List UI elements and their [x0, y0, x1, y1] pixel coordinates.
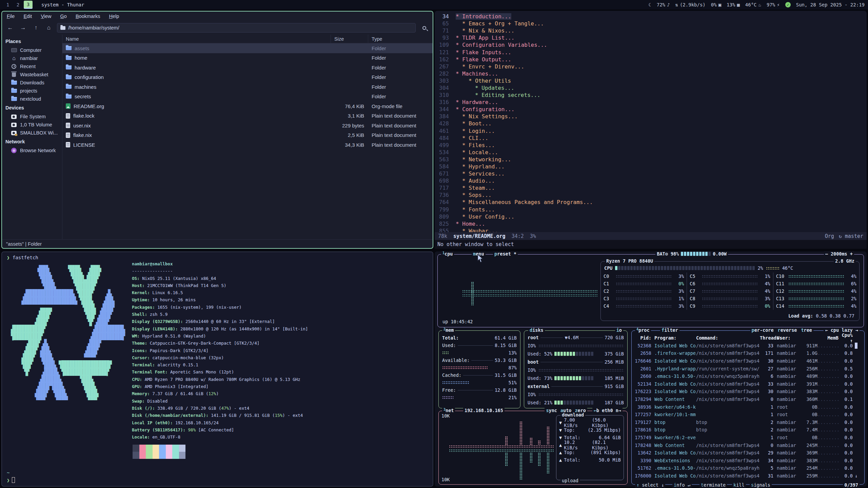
signals-key[interactable]: signals: [750, 482, 772, 488]
org-heading[interactable]: * Machines...: [456, 70, 498, 77]
org-heading[interactable]: * Login...: [456, 128, 495, 134]
menu-help[interactable]: Help: [109, 14, 119, 19]
process-row-179127[interactable]: 179127btopbtop2nambiar7.3M.........0.0: [632, 419, 864, 426]
process-row-176000[interactable]: 176000Isolated Web Co/nix/store/sm8fmrf3…: [632, 472, 864, 480]
process-row-52134[interactable]: 52134Isolated Web Co/nix/store/sm8fmrf3w…: [632, 380, 864, 388]
idle-inhibitor[interactable]: ☾: [648, 2, 651, 7]
file-row-LICENSE[interactable]: LICENSE34,3 KiBPlain text document: [62, 140, 433, 150]
process-row-2660[interactable]: 2660.emacs-31.0.50-/nix/store/wnqz5pa8ra…: [632, 372, 864, 380]
temperature[interactable]: 46°C♨: [745, 2, 761, 7]
home-button[interactable]: ⌂: [44, 23, 54, 32]
org-heading[interactable]: * Sops...: [456, 192, 492, 198]
refresh-interval[interactable]: ‒ 2000ms +: [824, 251, 854, 257]
file-row-assets[interactable]: assetsFolder: [62, 43, 433, 53]
process-row-13642[interactable]: 13642Isolated Web Co/nix/store/sm8fmrf3w…: [632, 449, 864, 457]
workspace-2[interactable]: 2: [14, 1, 22, 9]
org-heading[interactable]: * Steam...: [456, 185, 495, 191]
org-heading[interactable]: * Fonts...: [456, 206, 495, 213]
disks-box-title[interactable]: disks: [528, 327, 545, 333]
proc-header-program[interactable]: Program:: [651, 335, 696, 341]
process-row-3390[interactable]: 3390WebExtensions/nix/store/sm8fmrf3wps4…: [632, 457, 864, 465]
org-heading[interactable]: * Flake Inputs...: [456, 49, 511, 56]
cpu-box-title[interactable]: 1cpu: [441, 251, 454, 257]
file-row-home[interactable]: homeFolder: [62, 53, 433, 63]
proc-header-cpu[interactable]: Cpu% ↑: [839, 332, 853, 343]
process-row-176223[interactable]: 176223Isolated Web Co/nix/store/sm8fmrf3…: [632, 388, 864, 395]
org-heading[interactable]: * Other Utils: [456, 78, 511, 84]
org-heading[interactable]: * Home...: [456, 221, 485, 227]
column-header-name[interactable]: Name: [62, 35, 331, 43]
cpu-usage[interactable]: 0%▣: [711, 2, 721, 7]
org-heading[interactable]: * Configuration...: [456, 106, 514, 113]
file-row-machines[interactable]: machinesFolder: [62, 82, 433, 92]
org-heading[interactable]: * Boot...: [456, 120, 492, 127]
sidebar-item-wastebasket[interactable]: Wastebasket: [2, 70, 62, 79]
forward-button[interactable]: →: [18, 23, 28, 32]
proc-option-per-core[interactable]: per-core: [752, 327, 774, 333]
menu-edit[interactable]: Edit: [23, 14, 32, 19]
search-button[interactable]: [419, 23, 429, 32]
menu-bookmarks[interactable]: Bookmarks: [76, 14, 100, 19]
back-button[interactable]: ←: [5, 23, 15, 32]
path-bar[interactable]: /home/nambiar/system/: [57, 23, 416, 33]
file-row-user.nix[interactable]: user.nix229 bytesPlain text document: [62, 121, 433, 130]
process-row-178616[interactable]: 178616btopbtop2nambiar7.4M.........0.0: [632, 426, 864, 434]
process-row-2601[interactable]: 2601.Hyprland-wrapp/run/current-system/s…: [632, 365, 864, 372]
org-heading[interactable]: * Miscellaneous Packages and Programs...: [456, 199, 593, 205]
file-row-flake.nix[interactable]: flake.nix2,5 KiBPlain text document: [62, 130, 433, 140]
sidebar-item-smallbox-wi-[interactable]: SMALLBOX Wi...: [2, 129, 62, 137]
sidebar-item-nextcloud[interactable]: nextcloud: [2, 95, 62, 103]
org-heading[interactable]: * User Config...: [456, 214, 514, 220]
io-mode-button[interactable]: io: [615, 327, 623, 333]
org-heading[interactable]: * CLI...: [456, 135, 488, 141]
process-row-178294[interactable]: 178294Web Content/nix/store/sm8fmrf3wps4…: [632, 395, 864, 403]
workspace-1[interactable]: 1: [3, 1, 12, 9]
proc-header-memb[interactable]: MemB: [798, 335, 839, 341]
process-row-52368[interactable]: 52368Isolated Web Co/nix/store/sm8fmrf3w…: [632, 342, 864, 350]
org-heading[interactable]: * TLDR App List...: [456, 35, 514, 41]
process-row-178248[interactable]: 178248Web Content/nix/store/sm8fmrf3wps4…: [632, 441, 864, 449]
menu-file[interactable]: File: [7, 14, 15, 19]
org-heading[interactable]: * Audio...: [456, 178, 495, 184]
column-header-type[interactable]: Type: [368, 35, 433, 43]
proc-header-command[interactable]: Command:: [696, 335, 760, 341]
proc-header-pid[interactable]: Pid:: [632, 335, 651, 341]
org-heading[interactable]: * Configuration Variables...: [456, 42, 547, 48]
sort-selector[interactable]: ← cpu lazy →: [824, 327, 860, 333]
org-heading[interactable]: * Editing secrets...: [456, 92, 540, 98]
column-header-size[interactable]: Size: [331, 35, 368, 43]
preset-button[interactable]: preset *: [493, 251, 518, 257]
sidebar-item-computer[interactable]: Computer: [2, 46, 62, 54]
org-heading[interactable]: * Emacs + Org + Tangle...: [456, 20, 544, 27]
sidebar-item-projects[interactable]: projects: [2, 87, 62, 95]
clock[interactable]: Sun, 28 Sep 2025 - 22:19: [796, 2, 865, 7]
org-heading[interactable]: * Envrc + Direnv...: [456, 63, 524, 70]
file-row-configuration[interactable]: configurationFolder: [62, 73, 433, 82]
mem-box-title[interactable]: 2mem: [442, 327, 455, 333]
process-row-38936[interactable]: 38936kworker/u64:6-kc1root0B.........0.0: [632, 403, 864, 411]
sidebar-item-recent[interactable]: Recent: [2, 62, 62, 70]
file-row-secrets[interactable]: secretsFolder: [62, 92, 433, 102]
memory-usage[interactable]: 13%▦: [727, 2, 740, 7]
process-row-2658[interactable]: 2658.firefox-wrappe/nix/store/sm8fmrf3wp…: [632, 349, 864, 357]
filter-button[interactable]: filter: [660, 327, 679, 333]
up-button[interactable]: ↑: [31, 23, 41, 32]
org-heading[interactable]: * Hyprland...: [456, 163, 505, 170]
org-heading[interactable]: * Networking...: [456, 156, 511, 163]
org-heading[interactable]: * Nix Settings...: [456, 113, 518, 120]
org-heading[interactable]: * Services...: [456, 170, 505, 177]
org-buffer[interactable]: 34* Introduction...65* Emacs + Org + Tan…: [435, 13, 867, 235]
org-heading[interactable]: * Introduction...: [456, 13, 511, 20]
menu-view[interactable]: View: [41, 14, 51, 19]
proc-option-reverse[interactable]: reverse: [778, 327, 797, 333]
org-heading[interactable]: * Hardware...: [456, 99, 498, 105]
proc-header-user[interactable]: User:: [773, 335, 798, 341]
process-row-175749[interactable]: 175749kworker/6:2-even1root0B.........0.…: [632, 434, 864, 442]
network-speed[interactable]: ⇅(2.9kb/s): [675, 2, 705, 7]
sidebar-item-file-system[interactable]: File System: [2, 113, 62, 121]
process-row-177257[interactable]: 177257kworker/10:1-mm_1root0B.........0.…: [632, 411, 864, 419]
kill-key[interactable]: kill: [732, 482, 746, 488]
org-heading[interactable]: * Updates...: [456, 85, 514, 91]
process-row-176646[interactable]: 176646Isolated Web Co/nix/store/sm8fmrf3…: [632, 357, 864, 365]
file-row-flake.lock[interactable]: flake.lock3,1 KiBPlain text document: [62, 111, 433, 121]
